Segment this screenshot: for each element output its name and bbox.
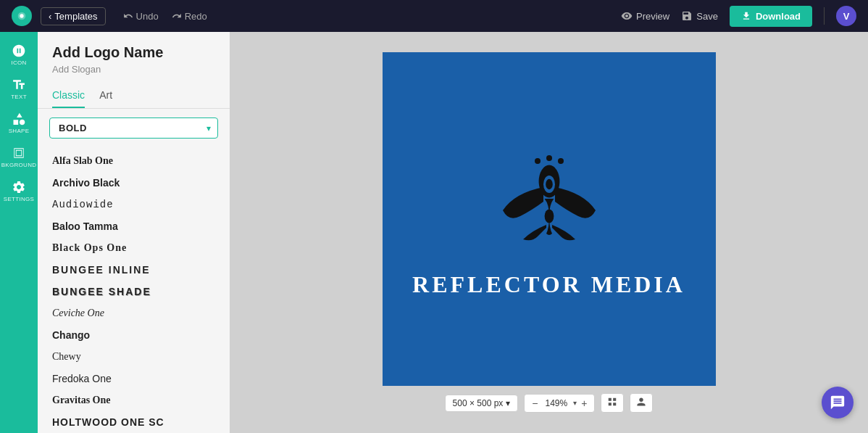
preview-button[interactable]: Preview xyxy=(621,10,669,22)
chevron-down-icon: ▾ xyxy=(573,399,577,407)
save-label: Save xyxy=(696,11,718,22)
chevron-left-icon: ‹ xyxy=(49,11,51,22)
icon-sidebar: ICON TEXT SHAPE BKGROUND SETTINGS xyxy=(0,32,38,433)
toolbar-bottom: 500 × 500 px ▾ − 149% ▾ + xyxy=(445,393,654,413)
main-area: ICON TEXT SHAPE BKGROUND SETTINGS Add Lo… xyxy=(0,32,868,433)
undo-redo-group: Undo Redo xyxy=(117,8,213,25)
templates-label: Templates xyxy=(54,11,97,22)
size-label: 500 × 500 px xyxy=(453,398,504,408)
zoom-in-button[interactable]: + xyxy=(580,397,588,409)
svg-point-4 xyxy=(546,155,552,161)
font-item-bungee-shade[interactable]: BUNGEE SHADE xyxy=(38,281,230,302)
font-item-bungee-inline[interactable]: BUNGEE INLINE xyxy=(38,259,230,281)
sidebar-icon-label: ICON xyxy=(11,59,26,66)
zoom-controls: − 149% ▾ + xyxy=(524,394,595,413)
avatar: V xyxy=(836,6,856,26)
canvas[interactable]: REFLECTOR MEDIA xyxy=(383,52,716,386)
chat-bubble[interactable] xyxy=(822,387,854,418)
download-label: Download xyxy=(756,11,801,22)
font-item-fredoka-one[interactable]: Fredoka One xyxy=(38,368,230,389)
font-panel: Add Logo Name Add Slogan Classic Art BOL… xyxy=(38,32,230,433)
font-item-audiowide[interactable]: Audiowide xyxy=(38,194,230,215)
topbar: ‹ Templates Undo Redo Preview Save Downl… xyxy=(0,0,868,32)
preview-label: Preview xyxy=(636,11,669,22)
font-item-holtwood-one-sc[interactable]: HOLTWOOD ONE SC xyxy=(38,411,230,433)
font-item-chewy[interactable]: Chewy xyxy=(38,346,230,368)
svg-point-6 xyxy=(544,209,554,223)
font-item-gravitas-one[interactable]: Gravitas One xyxy=(38,389,230,411)
svg-point-8 xyxy=(546,178,553,189)
filter-wrapper: BOLD THIN SERIF SANS-SERIF DISPLAY HANDW… xyxy=(49,117,218,139)
sidebar-item-icon[interactable]: ICON xyxy=(0,38,38,72)
undo-label: Undo xyxy=(136,11,159,22)
sidebar-text-label: TEXT xyxy=(11,94,27,100)
font-item-baloo-tamma[interactable]: Baloo Tamma xyxy=(38,215,230,237)
zoom-out-button[interactable]: − xyxy=(530,397,539,409)
sidebar-settings-label: SETTINGS xyxy=(4,196,34,202)
font-item-alfa-slab-one[interactable]: Alfa Slab One xyxy=(38,150,230,172)
sidebar-shape-label: SHAPE xyxy=(9,128,30,134)
avatar-initials: V xyxy=(843,11,850,22)
panel-tabs: Classic Art xyxy=(38,81,230,109)
canvas-container: REFLECTOR MEDIA xyxy=(383,52,716,386)
logo-symbol xyxy=(491,141,607,257)
redo-button[interactable]: Redo xyxy=(166,8,213,25)
canvas-area: REFLECTOR MEDIA 500 × 500 px ▾ − 149% ▾ … xyxy=(230,32,868,433)
person-button[interactable] xyxy=(630,393,653,413)
svg-point-3 xyxy=(535,158,541,164)
download-button[interactable]: Download xyxy=(730,6,812,27)
zoom-value: 149% xyxy=(543,398,571,408)
redo-label: Redo xyxy=(185,11,207,22)
font-item-chango[interactable]: Chango xyxy=(38,324,230,346)
app-logo xyxy=(12,6,32,26)
sidebar-item-shape[interactable]: SHAPE xyxy=(0,106,38,140)
topbar-right: Preview Save Download V xyxy=(621,6,856,27)
save-button[interactable]: Save xyxy=(681,10,718,22)
templates-button[interactable]: ‹ Templates xyxy=(41,7,106,25)
size-selector[interactable]: 500 × 500 px ▾ xyxy=(445,395,519,412)
grid-button[interactable] xyxy=(601,393,624,413)
font-item-archivo-black[interactable]: Archivo Black xyxy=(38,172,230,194)
font-item-ceviche-one[interactable]: Ceviche One xyxy=(38,302,230,324)
canvas-logo-text: REFLECTOR MEDIA xyxy=(412,271,685,298)
panel-subtitle: Add Slogan xyxy=(52,64,215,75)
sidebar-bkground-label: BKGROUND xyxy=(1,162,37,168)
panel-title: Add Logo Name xyxy=(52,44,215,61)
sidebar-item-text[interactable]: TEXT xyxy=(0,72,38,106)
font-item-black-ops-one[interactable]: Black Ops One xyxy=(38,237,230,259)
undo-button[interactable]: Undo xyxy=(117,8,164,25)
svg-point-1 xyxy=(20,14,23,17)
sidebar-item-background[interactable]: BKGROUND xyxy=(0,140,38,174)
font-filter-select[interactable]: BOLD THIN SERIF SANS-SERIF DISPLAY HANDW… xyxy=(49,117,218,139)
svg-point-5 xyxy=(558,158,564,164)
font-list: Alfa Slab One Archivo Black Audiowide Ba… xyxy=(38,147,230,433)
tab-classic[interactable]: Classic xyxy=(52,89,85,108)
tab-art[interactable]: Art xyxy=(99,89,112,108)
chevron-down-icon: ▾ xyxy=(506,398,510,408)
sidebar-item-settings[interactable]: SETTINGS xyxy=(0,174,38,208)
panel-header: Add Logo Name Add Slogan xyxy=(38,32,230,81)
divider xyxy=(824,7,825,25)
